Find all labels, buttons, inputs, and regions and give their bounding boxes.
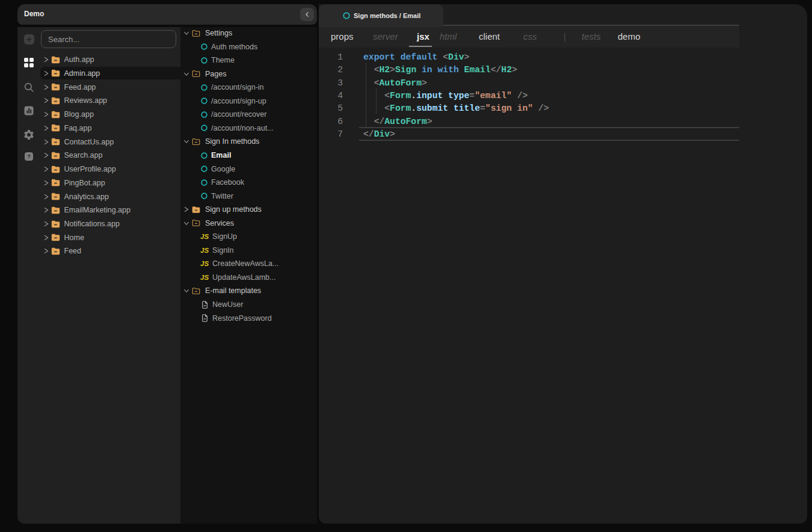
svg-text:?: ? <box>27 153 31 159</box>
